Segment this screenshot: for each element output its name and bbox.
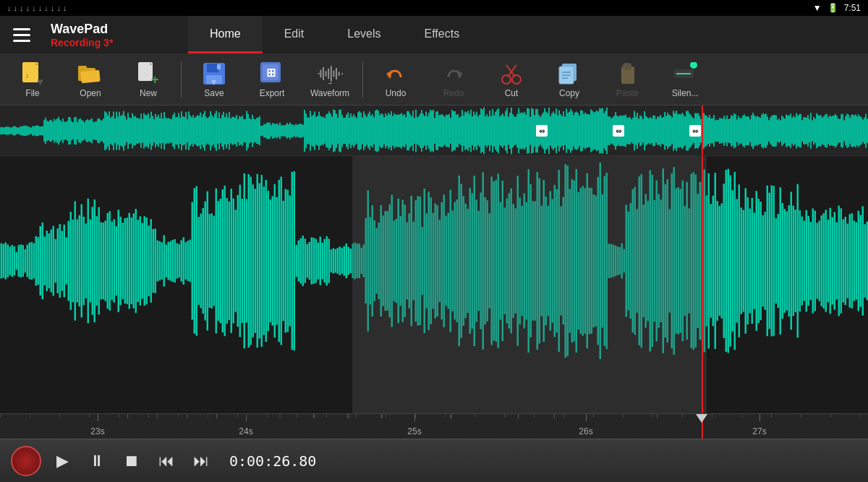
save-button[interactable]: ▾ Save xyxy=(185,56,243,103)
redo-button[interactable]: Redo xyxy=(425,56,482,103)
toolbar-separator-2 xyxy=(362,61,363,98)
copy-button[interactable]: Copy xyxy=(540,56,598,103)
selection-handle-end[interactable]: ⇔ xyxy=(689,125,701,137)
toolbar: ♪ ▾ File Open + New xyxy=(0,53,868,106)
paste-label: Paste xyxy=(616,88,639,98)
timeline-playhead-triangle xyxy=(696,414,707,423)
svg-text:▾: ▾ xyxy=(37,76,43,87)
tab-effects[interactable]: Effects xyxy=(403,16,482,53)
open-icon xyxy=(77,61,103,87)
waveform-label: Waveform xyxy=(310,88,349,98)
svg-rect-6 xyxy=(80,69,100,82)
undo-label: Undo xyxy=(386,88,407,98)
svg-marker-30 xyxy=(457,70,463,79)
svg-rect-5 xyxy=(78,66,87,70)
copy-label: Copy xyxy=(559,88,579,98)
undo-icon xyxy=(383,61,409,87)
silence-button[interactable]: Silen... xyxy=(656,56,714,103)
svg-text:▾: ▾ xyxy=(328,80,332,84)
time-display: 0:00:26.80 xyxy=(229,452,316,470)
battery-icon: 🔋 xyxy=(827,3,838,13)
svg-rect-13 xyxy=(217,64,221,69)
wifi-icon: ▼ xyxy=(813,3,822,13)
main-track[interactable] xyxy=(0,156,868,413)
cut-button[interactable]: Cut xyxy=(482,56,540,103)
svg-rect-11 xyxy=(207,64,218,72)
silence-icon xyxy=(672,61,698,87)
open-label: Open xyxy=(80,88,101,98)
svg-marker-29 xyxy=(386,70,392,79)
svg-text:⊞: ⊞ xyxy=(266,66,276,79)
waveform-icon: ▾ xyxy=(317,61,343,87)
skip-forward-button[interactable]: ⏭ xyxy=(187,447,215,475)
play-button[interactable]: ▶ xyxy=(48,447,76,475)
svg-text:+: + xyxy=(151,72,159,87)
export-icon: ⊞ xyxy=(259,61,285,87)
copy-icon xyxy=(556,61,582,87)
cut-icon xyxy=(498,61,524,87)
app-title: WavePad Recording 3* xyxy=(43,22,188,48)
record-button[interactable] xyxy=(11,446,41,476)
overview-track[interactable]: ⇔ ⇔ ⇔ xyxy=(0,106,868,156)
tab-edit[interactable]: Edit xyxy=(263,16,326,53)
timeline-ruler xyxy=(0,413,868,439)
title-bar: WavePad Recording 3* Home Edit Levels Ef… xyxy=(0,16,868,53)
cut-label: Cut xyxy=(505,88,519,98)
new-button[interactable]: + New xyxy=(119,56,177,103)
waveform-button[interactable]: ▾ Waveform xyxy=(301,56,359,103)
save-icon: ▾ xyxy=(201,61,227,87)
status-bar: ↓ ↓ ↓ ↓ ↓ ↓ ↓ ↓ ↓ ↓ ▼ 🔋 7:51 xyxy=(0,0,868,16)
hamburger-menu[interactable] xyxy=(0,16,43,53)
waveform-container[interactable]: ⇔ ⇔ ⇔ xyxy=(0,106,868,439)
new-icon: + xyxy=(135,61,161,87)
skip-back-button[interactable]: ⏮ xyxy=(153,447,180,475)
undo-button[interactable]: Undo xyxy=(367,56,425,103)
export-button[interactable]: ⊞ Export xyxy=(243,56,301,103)
stop-button[interactable]: ⏹ xyxy=(118,447,145,475)
app-name: WavePad xyxy=(51,22,188,37)
redo-icon xyxy=(441,61,467,87)
transport-bar: ▶ ⏸ ⏹ ⏮ ⏭ 0:00:26.80 xyxy=(0,439,868,482)
silence-label: Silen... xyxy=(672,88,699,98)
file-button[interactable]: ♪ ▾ File xyxy=(4,56,61,103)
file-label: File xyxy=(25,88,39,98)
notification-icons: ↓ ↓ ↓ ↓ ↓ ↓ ↓ ↓ ↓ ↓ xyxy=(7,4,67,12)
svg-text:♪: ♪ xyxy=(25,72,29,79)
export-label: Export xyxy=(260,88,285,98)
pause-button[interactable]: ⏸ xyxy=(83,447,111,475)
paste-icon xyxy=(614,61,640,87)
svg-point-45 xyxy=(690,62,697,69)
new-label: New xyxy=(140,88,157,98)
recording-name: Recording 3* xyxy=(51,37,188,48)
nav-tabs: Home Edit Levels Effects xyxy=(188,16,868,53)
selection-handle-start[interactable]: ⇔ xyxy=(536,125,548,137)
clock: 7:51 xyxy=(844,3,861,13)
svg-rect-42 xyxy=(624,63,630,66)
svg-point-31 xyxy=(502,75,511,84)
paste-button[interactable]: Paste xyxy=(598,56,656,103)
toolbar-separator-1 xyxy=(181,61,182,98)
svg-point-32 xyxy=(512,75,521,84)
tab-levels[interactable]: Levels xyxy=(326,16,402,53)
svg-text:▾: ▾ xyxy=(211,76,216,87)
tab-home[interactable]: Home xyxy=(188,16,263,53)
open-button[interactable]: Open xyxy=(61,56,119,103)
save-label: Save xyxy=(204,88,224,98)
redo-label: Redo xyxy=(443,88,464,98)
file-icon: ♪ ▾ xyxy=(20,61,46,87)
selection-handle-mid[interactable]: ⇔ xyxy=(613,125,624,137)
